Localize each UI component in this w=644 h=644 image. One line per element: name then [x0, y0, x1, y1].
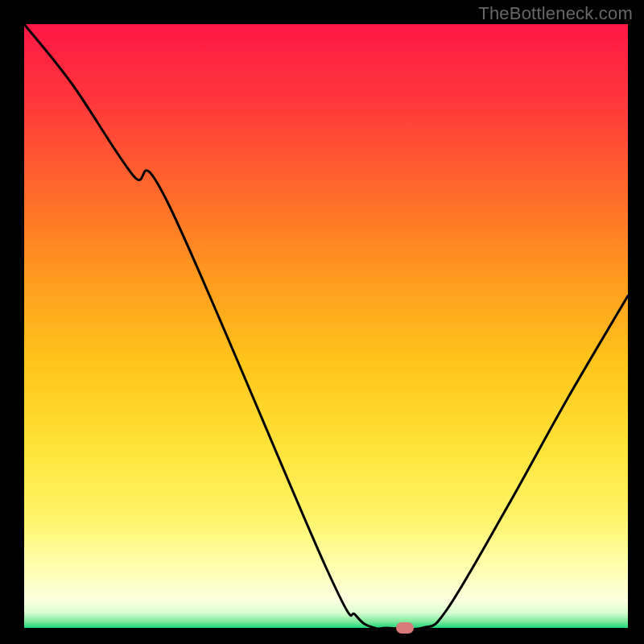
chart-svg — [24, 24, 628, 628]
watermark-text: TheBottleneck.com — [478, 3, 633, 24]
optimal-point-marker — [396, 622, 414, 634]
gradient-background — [24, 24, 628, 628]
plot-area — [24, 24, 628, 628]
